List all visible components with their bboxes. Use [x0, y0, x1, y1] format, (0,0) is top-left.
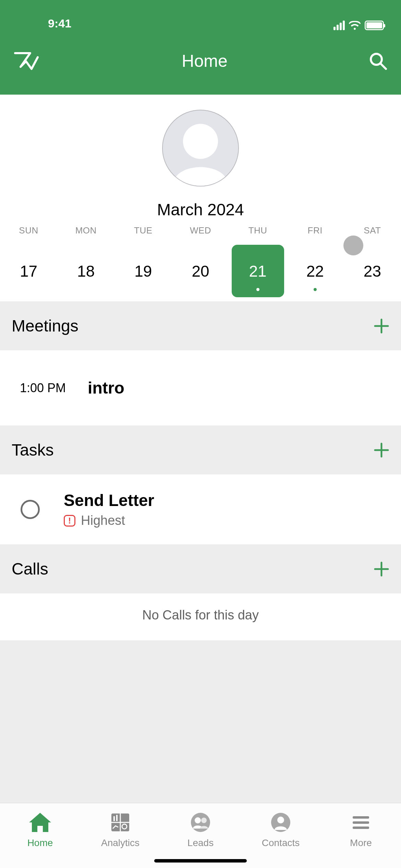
tab-label: More	[350, 837, 372, 848]
tab-home[interactable]: Home	[0, 811, 80, 848]
event-dot-icon	[256, 288, 259, 291]
contacts-icon	[268, 811, 293, 833]
tab-bar: Home Analytics Leads Contacts More	[0, 803, 401, 868]
task-row[interactable]: Send Letter ! Highest	[0, 474, 401, 544]
calendar-panel: March 2024 SUN 17 MON 18 TUE 19 WED 20 T…	[0, 95, 401, 301]
section-title: Calls	[12, 559, 48, 578]
spacer	[0, 640, 401, 803]
meetings-header: Meetings	[0, 301, 401, 350]
tab-label: Leads	[187, 837, 214, 848]
day-number: 17	[20, 262, 37, 280]
svg-point-16	[195, 817, 201, 823]
day-wed[interactable]: WED 20	[172, 225, 229, 297]
task-body: Send Letter ! Highest	[64, 491, 154, 528]
nav-bar: Home	[0, 34, 401, 95]
home-icon	[28, 811, 52, 833]
meeting-row[interactable]: 1:00 PM intro	[0, 350, 401, 425]
priority-label: Highest	[81, 513, 125, 528]
day-tue[interactable]: TUE 19	[114, 225, 172, 297]
tab-contacts[interactable]: Contacts	[241, 811, 321, 848]
calls-empty-text: No Calls for this day	[0, 593, 401, 640]
tab-leads[interactable]: Leads	[160, 811, 241, 848]
day-name: THU	[248, 225, 267, 245]
svg-rect-21	[353, 821, 369, 824]
avatar-container	[0, 95, 401, 186]
home-indicator[interactable]	[154, 859, 247, 863]
calls-header: Calls	[0, 544, 401, 593]
day-number: 22	[306, 262, 324, 280]
day-number: 21	[249, 262, 267, 280]
day-number: 23	[364, 262, 381, 280]
svg-point-2	[183, 124, 218, 159]
svg-rect-13	[116, 815, 118, 821]
month-label: March 2024	[0, 186, 401, 225]
scroll-knob-icon	[343, 236, 363, 255]
day-mon[interactable]: MON 18	[57, 225, 114, 297]
section-title: Tasks	[12, 441, 54, 459]
add-call-button[interactable]	[374, 561, 389, 577]
status-indicators	[333, 21, 387, 30]
tab-more[interactable]: More	[321, 811, 401, 848]
task-priority: ! Highest	[64, 513, 154, 528]
svg-line-1	[381, 64, 386, 69]
search-icon[interactable]	[369, 52, 387, 70]
task-title: Send Letter	[64, 491, 154, 510]
svg-point-15	[191, 813, 210, 832]
cellular-signal-icon	[333, 21, 345, 30]
day-thu[interactable]: THU 21	[229, 225, 287, 297]
day-number: 20	[192, 262, 209, 280]
svg-rect-20	[353, 816, 369, 819]
tab-analytics[interactable]: Analytics	[80, 811, 160, 848]
day-name: SAT	[364, 225, 381, 245]
svg-rect-12	[113, 816, 115, 821]
add-meeting-button[interactable]	[374, 318, 389, 334]
battery-icon	[365, 21, 384, 30]
tab-label: Home	[27, 837, 53, 848]
svg-point-17	[201, 818, 207, 823]
svg-point-19	[277, 817, 284, 823]
tab-label: Contacts	[262, 837, 300, 848]
more-icon	[349, 811, 373, 833]
day-name: MON	[75, 225, 97, 245]
leads-icon	[188, 811, 213, 833]
zia-icon[interactable]	[14, 51, 40, 71]
page-title: Home	[182, 51, 227, 71]
day-number: 19	[134, 262, 152, 280]
meeting-title: intro	[88, 378, 124, 397]
svg-rect-22	[353, 827, 369, 829]
day-name: TUE	[134, 225, 153, 245]
section-title: Meetings	[12, 316, 78, 335]
day-name: WED	[190, 225, 211, 245]
task-checkbox[interactable]	[21, 500, 40, 519]
day-name: FRI	[308, 225, 323, 245]
day-fri[interactable]: FRI 22	[287, 225, 344, 297]
week-row[interactable]: SUN 17 MON 18 TUE 19 WED 20 THU 21 FRI 2…	[0, 225, 401, 301]
avatar[interactable]	[162, 110, 239, 186]
status-bar: 9:41	[0, 0, 401, 34]
status-time: 9:41	[14, 17, 71, 30]
analytics-icon	[108, 811, 133, 833]
tasks-header: Tasks	[0, 425, 401, 474]
tab-label: Analytics	[101, 837, 139, 848]
event-dot-icon	[314, 288, 317, 291]
meeting-time: 1:00 PM	[20, 381, 66, 395]
day-number: 18	[77, 262, 95, 280]
wifi-icon	[349, 21, 361, 30]
priority-highest-icon: !	[64, 515, 75, 527]
day-sun[interactable]: SUN 17	[0, 225, 57, 297]
day-name: SUN	[19, 225, 38, 245]
add-task-button[interactable]	[374, 442, 389, 458]
